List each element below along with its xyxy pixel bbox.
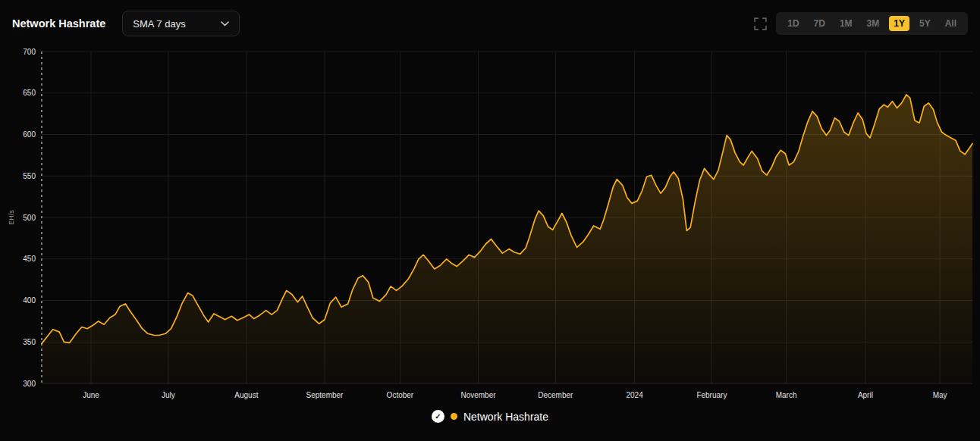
fullscreen-button[interactable] [750, 14, 770, 33]
x-tick-label: August [234, 391, 258, 399]
y-tick-label: 400 [23, 296, 36, 305]
y-tick-label: 300 [23, 380, 36, 388]
chart-header: Network Hashrate SMA 7 days 1D7D1M3M1Y5Y… [0, 0, 980, 47]
range-button-1m[interactable]: 1M [835, 16, 857, 31]
range-selector: 1D7D1M3M1Y5YAll [776, 12, 968, 35]
x-tick-label: September [306, 391, 344, 399]
legend-series-dot [451, 413, 457, 420]
sma-select-value: SMA 7 days [133, 18, 185, 30]
y-tick-label: 550 [23, 172, 36, 180]
x-tick-label: February [696, 391, 727, 399]
range-button-7d[interactable]: 7D [809, 16, 830, 31]
network-hashrate-widget: Network Hashrate SMA 7 days 1D7D1M3M1Y5Y… [0, 0, 980, 441]
fullscreen-icon [754, 17, 767, 30]
x-tick-label: June [83, 391, 99, 399]
y-tick-label: 450 [23, 255, 36, 263]
range-button-3m[interactable]: 3M [862, 16, 884, 31]
x-tick-label: October [387, 391, 414, 399]
x-tick-label: July [162, 391, 175, 399]
line-chart[interactable]: JuneJulyAugustSeptemberOctoberNovemberDe… [0, 47, 980, 403]
y-axis-unit-label: EH/s [8, 210, 15, 225]
range-button-all[interactable]: All [941, 16, 961, 31]
y-tick-label: 650 [23, 89, 36, 97]
x-tick-label: November [460, 391, 496, 399]
x-tick-label: May [933, 391, 947, 399]
series-area [42, 95, 972, 383]
range-button-1d[interactable]: 1D [783, 16, 803, 31]
y-tick-label: 700 [23, 48, 36, 56]
sma-select[interactable]: SMA 7 days [122, 11, 240, 36]
range-button-1y[interactable]: 1Y [889, 16, 909, 31]
chevron-down-icon [221, 21, 229, 27]
y-tick-label: 350 [23, 338, 36, 346]
range-button-5y[interactable]: 5Y [915, 16, 935, 31]
y-tick-label: 500 [23, 214, 36, 222]
x-tick-label: December [538, 391, 573, 399]
chart-legend: ✓ Network Hashrate [0, 410, 980, 423]
y-tick-label: 600 [23, 130, 36, 139]
x-tick-label: March [776, 391, 797, 399]
legend-checkbox[interactable]: ✓ [432, 410, 444, 423]
page-title: Network Hashrate [12, 17, 105, 30]
x-tick-label: April [858, 391, 873, 399]
legend-label: Network Hashrate [463, 411, 548, 423]
hashrate-chart: JuneJulyAugustSeptemberOctoberNovemberDe… [0, 47, 980, 403]
check-icon: ✓ [435, 413, 441, 421]
x-tick-label: 2024 [626, 391, 643, 399]
